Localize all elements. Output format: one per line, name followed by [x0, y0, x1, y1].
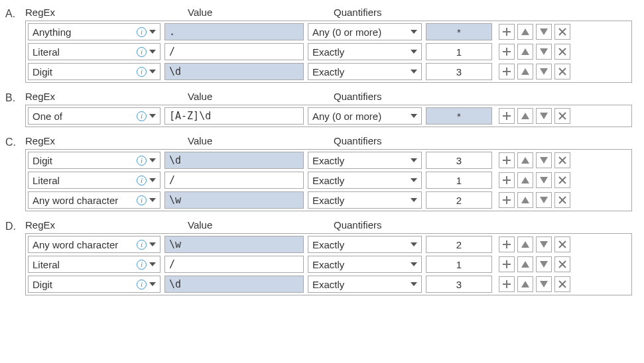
regex-select[interactable]: Literali — [28, 43, 161, 60]
count-field[interactable]: 3 — [426, 152, 492, 169]
move-down-button[interactable] — [536, 108, 552, 124]
move-up-button[interactable] — [517, 236, 533, 252]
quantifier-select[interactable]: Exactly — [308, 256, 422, 273]
add-button[interactable] — [499, 64, 515, 79]
section-A: A.RegExValueQuantifiersAnythingi.Any (0 … — [5, 7, 632, 83]
move-down-button[interactable] — [536, 236, 552, 252]
delete-button[interactable] — [554, 108, 570, 124]
info-icon[interactable]: i — [137, 260, 147, 270]
quantifier-select[interactable]: Exactly — [308, 152, 422, 169]
header-quantifiers: Quantifiers — [334, 7, 382, 18]
info-icon[interactable]: i — [137, 47, 147, 57]
move-up-button[interactable] — [517, 108, 533, 124]
move-up-button[interactable] — [517, 44, 533, 60]
regex-select[interactable]: Digiti — [28, 276, 161, 293]
quantifier-select[interactable]: Exactly — [308, 172, 422, 189]
info-icon[interactable]: i — [137, 67, 147, 77]
quantifier-select[interactable]: Exactly — [308, 276, 422, 293]
regex-select[interactable]: Anythingi — [28, 23, 161, 40]
add-button[interactable] — [499, 192, 515, 208]
quantifier-select[interactable]: Any (0 or more) — [308, 107, 422, 125]
count-field[interactable]: 1 — [426, 43, 492, 60]
add-button[interactable] — [499, 152, 515, 168]
add-button[interactable] — [499, 44, 515, 60]
count-field[interactable]: 3 — [426, 63, 492, 80]
move-up-button[interactable] — [517, 64, 533, 79]
regex-select[interactable]: Literali — [28, 256, 161, 273]
chevron-down-icon — [411, 114, 417, 118]
delete-button[interactable] — [554, 276, 570, 292]
delete-button[interactable] — [554, 44, 570, 60]
add-button[interactable] — [499, 24, 515, 40]
regex-select[interactable]: Digiti — [28, 63, 161, 80]
header-value: Value — [188, 135, 334, 146]
quantifier-value: Exactly — [312, 155, 344, 166]
rows-container: Any word characteri\wExactly2Literali/Ex… — [25, 233, 632, 295]
move-down-button[interactable] — [536, 24, 552, 40]
info-icon[interactable]: i — [137, 280, 147, 289]
move-down-button[interactable] — [536, 44, 552, 60]
value-field[interactable]: / — [164, 256, 304, 273]
move-up-button[interactable] — [517, 192, 533, 208]
move-down-button[interactable] — [536, 64, 552, 79]
info-icon[interactable]: i — [137, 176, 147, 185]
add-button[interactable] — [499, 276, 515, 292]
chevron-down-icon — [149, 178, 156, 182]
regex-select[interactable]: Literali — [28, 172, 161, 189]
rows-container: Anythingi.Any (0 or more)*Literali/Exact… — [25, 21, 632, 83]
count-field[interactable]: 2 — [426, 191, 492, 209]
add-button[interactable] — [499, 236, 515, 252]
info-icon[interactable]: i — [137, 111, 147, 121]
move-down-button[interactable] — [536, 192, 552, 208]
add-button[interactable] — [499, 108, 515, 124]
chevron-down-icon — [411, 262, 417, 266]
regex-select[interactable]: Any word characteri — [28, 191, 161, 209]
add-button[interactable] — [499, 172, 515, 188]
move-up-button[interactable] — [517, 276, 533, 292]
count-field[interactable]: 3 — [426, 276, 492, 293]
header-value: Value — [188, 7, 334, 18]
section-label: D. — [5, 219, 25, 233]
value-field[interactable]: / — [164, 43, 304, 60]
delete-button[interactable] — [554, 256, 570, 272]
quantifier-select[interactable]: Exactly — [308, 236, 422, 253]
info-icon[interactable]: i — [137, 240, 147, 250]
count-field: * — [426, 23, 492, 40]
move-down-button[interactable] — [536, 276, 552, 292]
value-field[interactable]: [A-Z]\d — [164, 107, 304, 125]
add-button[interactable] — [499, 256, 515, 272]
regex-select[interactable]: One ofi — [28, 107, 161, 125]
chevron-down-icon — [149, 30, 156, 34]
quantifier-select[interactable]: Exactly — [308, 191, 422, 209]
info-icon[interactable]: i — [137, 156, 147, 166]
info-icon[interactable]: i — [137, 195, 147, 205]
regex-select-value: Any word character — [32, 195, 118, 206]
value-field[interactable]: / — [164, 172, 304, 189]
delete-button[interactable] — [554, 152, 570, 168]
delete-button[interactable] — [554, 24, 570, 40]
delete-button[interactable] — [554, 192, 570, 208]
regex-select-value: Digit — [32, 155, 52, 166]
quantifier-select[interactable]: Exactly — [308, 43, 422, 60]
regex-select[interactable]: Any word characteri — [28, 236, 161, 253]
move-up-button[interactable] — [517, 172, 533, 188]
delete-button[interactable] — [554, 172, 570, 188]
count-field[interactable]: 1 — [426, 172, 492, 189]
count-field[interactable]: 1 — [426, 256, 492, 273]
chevron-down-icon — [149, 198, 156, 202]
delete-button[interactable] — [554, 236, 570, 252]
quantifier-select[interactable]: Any (0 or more) — [308, 23, 422, 40]
move-down-button[interactable] — [536, 256, 552, 272]
move-up-button[interactable] — [517, 256, 533, 272]
move-down-button[interactable] — [536, 172, 552, 188]
info-icon[interactable]: i — [137, 27, 147, 37]
quantifier-value: Exactly — [312, 175, 344, 186]
delete-button[interactable] — [554, 64, 570, 79]
move-up-button[interactable] — [517, 24, 533, 40]
move-down-button[interactable] — [536, 152, 552, 168]
row-actions — [499, 64, 570, 79]
move-up-button[interactable] — [517, 152, 533, 168]
regex-select[interactable]: Digiti — [28, 152, 161, 169]
count-field[interactable]: 2 — [426, 236, 492, 253]
quantifier-select[interactable]: Exactly — [308, 63, 422, 80]
